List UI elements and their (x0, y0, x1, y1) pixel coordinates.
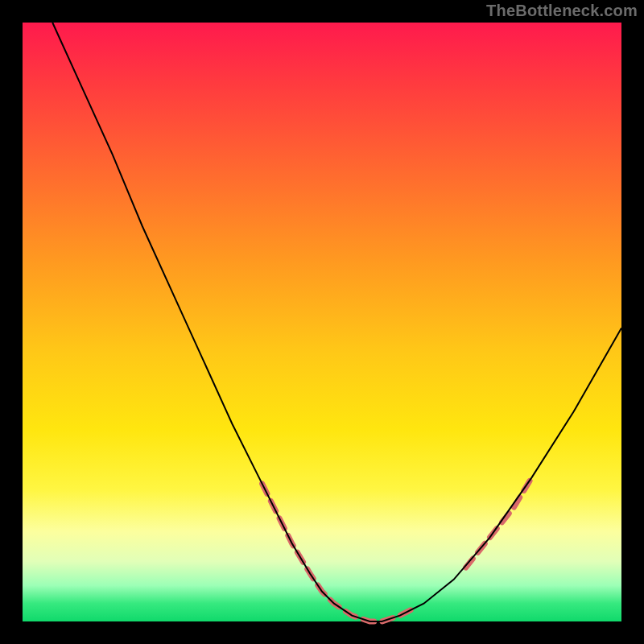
curve-layer (23, 23, 621, 621)
plot-area (23, 23, 621, 621)
highlight-segment-1 (262, 484, 412, 621)
chart-frame: TheBottleneck.com (0, 0, 644, 644)
main-curve (52, 23, 621, 621)
watermark-text: TheBottleneck.com (486, 2, 638, 20)
